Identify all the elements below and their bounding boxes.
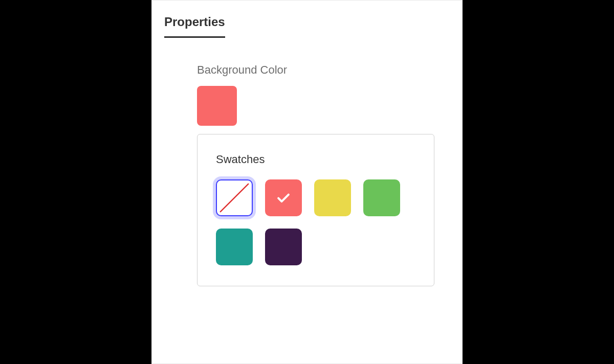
swatch-purple[interactable] (265, 229, 302, 265)
swatch-none[interactable] (216, 179, 253, 216)
svg-line-0 (221, 184, 248, 212)
swatch-coral[interactable] (265, 179, 302, 216)
swatch-yellow[interactable] (314, 179, 351, 216)
swatches-popover: Swatches (197, 134, 434, 286)
properties-panel: Properties Background Color Swatches (151, 0, 463, 364)
swatch-grid (216, 179, 415, 265)
swatch-teal[interactable] (216, 229, 253, 265)
field-label-background-color: Background Color (197, 63, 450, 77)
checkmark-icon (275, 189, 292, 207)
tab-properties[interactable]: Properties (164, 15, 225, 38)
swatch-green[interactable] (363, 179, 400, 216)
panel-body: Background Color Swatches (164, 63, 450, 286)
no-color-icon (216, 180, 252, 216)
popover-title: Swatches (216, 153, 415, 166)
background-color-well[interactable] (197, 86, 237, 126)
